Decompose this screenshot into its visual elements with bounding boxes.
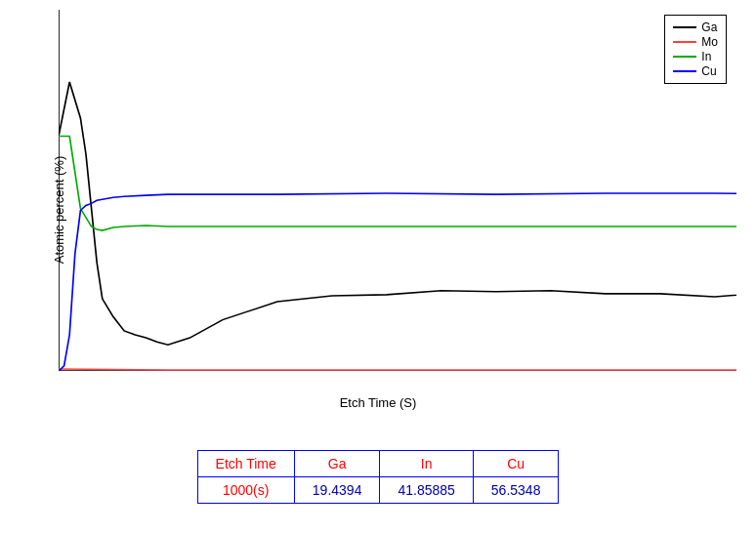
legend-label-mo: Mo [701, 35, 718, 49]
legend-line-in [673, 56, 696, 58]
legend-label-in: In [701, 50, 711, 63]
legend-label-cu: Cu [701, 64, 716, 78]
table-data-row: 1000(s) 19.4394 41.85885 56.5348 [197, 476, 559, 503]
chart-area: Atomic percent (%) Etch Time (S) Ga Mo I… [0, 0, 756, 420]
legend-item-ga: Ga [673, 20, 718, 34]
legend-item-in: In [673, 50, 718, 63]
table-header-row: Etch Time Ga In Cu [197, 450, 559, 476]
header-cu: Cu [473, 450, 559, 476]
data-table: Etch Time Ga In Cu 1000(s) 19.4394 41.85… [197, 450, 560, 504]
line-chart: 100 90 80 70 60 50 40 30 20 10 0 0 500 1… [59, 10, 736, 371]
cell-in: 41.85885 [380, 476, 473, 503]
y-axis-label: Atomic percent (%) [52, 156, 66, 265]
data-table-container: Etch Time Ga In Cu 1000(s) 19.4394 41.85… [0, 420, 756, 533]
legend-line-mo [673, 41, 696, 43]
header-in: In [380, 450, 473, 476]
cu-line [59, 193, 736, 371]
cell-etch-time: 1000(s) [197, 476, 294, 503]
x-axis-label: Etch Time (S) [340, 395, 417, 410]
mo-line [59, 46, 736, 370]
legend-item-mo: Mo [673, 35, 718, 49]
header-ga: Ga [294, 450, 380, 476]
legend-line-cu [673, 70, 696, 72]
legend-label-ga: Ga [701, 20, 717, 34]
in-line [59, 137, 736, 264]
header-etch-time: Etch Time [197, 450, 294, 476]
cell-ga: 19.4394 [294, 476, 380, 503]
cell-cu: 56.5348 [473, 476, 559, 503]
legend-item-cu: Cu [673, 64, 718, 78]
legend-line-ga [673, 26, 696, 28]
chart-legend: Ga Mo In Cu [664, 15, 727, 84]
